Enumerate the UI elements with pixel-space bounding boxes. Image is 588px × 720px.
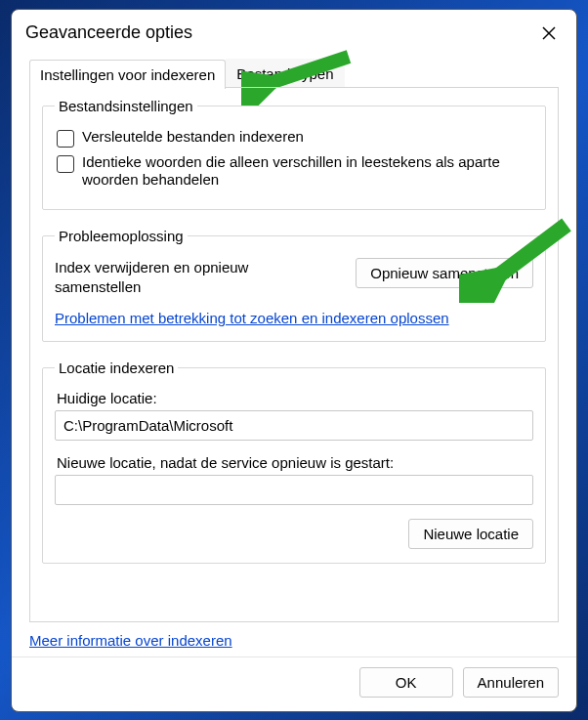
label-treat-diacritics: Identieke woorden die alleen verschillen…: [82, 153, 533, 191]
more-info-link[interactable]: Meer informatie over indexeren: [29, 632, 559, 649]
tab-panel-indexing: Bestandsinstellingen Versleutelde bestan…: [29, 88, 559, 622]
ok-button[interactable]: OK: [359, 667, 453, 698]
titlebar: Geavanceerde opties: [12, 10, 576, 55]
row-index-encrypted: Versleutelde bestanden indexeren: [57, 128, 533, 148]
current-location-field[interactable]: [55, 410, 533, 441]
group-troubleshooting-legend: Probleemoplossing: [55, 228, 188, 244]
group-troubleshooting: Probleemoplossing Index verwijderen en o…: [42, 228, 546, 342]
dialog-button-row: OK Annuleren: [12, 656, 576, 711]
checkbox-treat-diacritics[interactable]: [57, 155, 74, 173]
rebuild-index-text: Index verwijderen en opnieuw samenstelle…: [55, 258, 318, 296]
new-location-label: Nieuwe locatie, nadat de service opnieuw…: [57, 454, 533, 471]
new-location-field[interactable]: [55, 475, 533, 505]
close-icon: [541, 25, 557, 41]
tab-indexing-settings[interactable]: Instellingen voor indexeren: [29, 60, 226, 89]
row-treat-diacritics: Identieke woorden die alleen verschillen…: [57, 153, 533, 191]
current-location-label: Huidige locatie:: [57, 390, 533, 406]
tab-file-types[interactable]: Bestandstypen: [226, 59, 344, 88]
cancel-button[interactable]: Annuleren: [463, 667, 559, 698]
new-location-button[interactable]: Nieuwe locatie: [408, 519, 533, 549]
tab-row: Instellingen voor indexeren Bestandstype…: [12, 59, 576, 88]
label-index-encrypted: Versleutelde bestanden indexeren: [82, 128, 304, 147]
group-file-settings-legend: Bestandsinstellingen: [55, 98, 197, 114]
close-button[interactable]: [535, 20, 563, 47]
group-index-location: Locatie indexeren Huidige locatie: Nieuw…: [42, 360, 546, 564]
window-title: Geavanceerde opties: [25, 22, 192, 43]
group-index-location-legend: Locatie indexeren: [55, 360, 178, 376]
advanced-options-dialog: Geavanceerde opties Instellingen voor in…: [11, 9, 577, 712]
group-file-settings: Bestandsinstellingen Versleutelde bestan…: [42, 98, 546, 211]
checkbox-index-encrypted[interactable]: [57, 130, 74, 148]
troubleshoot-search-link[interactable]: Problemen met betrekking tot zoeken en i…: [55, 310, 449, 326]
rebuild-button[interactable]: Opnieuw samenstellen: [356, 258, 533, 288]
